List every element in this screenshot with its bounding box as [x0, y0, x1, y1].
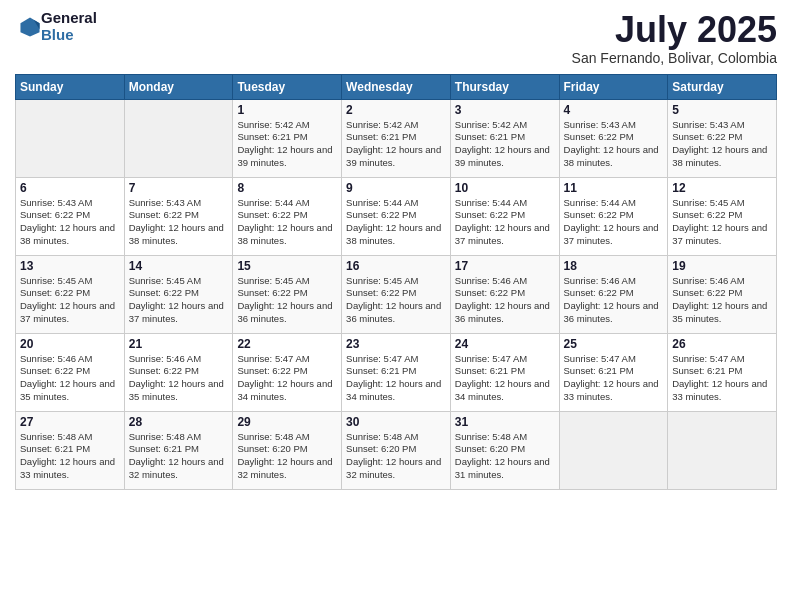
- day-number: 10: [455, 181, 555, 195]
- day-info: Sunrise: 5:48 AM Sunset: 6:20 PM Dayligh…: [237, 431, 337, 482]
- calendar-cell: 9Sunrise: 5:44 AM Sunset: 6:22 PM Daylig…: [342, 177, 451, 255]
- day-number: 26: [672, 337, 772, 351]
- day-info: Sunrise: 5:45 AM Sunset: 6:22 PM Dayligh…: [237, 275, 337, 326]
- day-number: 21: [129, 337, 229, 351]
- day-number: 27: [20, 415, 120, 429]
- day-info: Sunrise: 5:46 AM Sunset: 6:22 PM Dayligh…: [129, 353, 229, 404]
- day-info: Sunrise: 5:43 AM Sunset: 6:22 PM Dayligh…: [129, 197, 229, 248]
- day-info: Sunrise: 5:42 AM Sunset: 6:21 PM Dayligh…: [455, 119, 555, 170]
- day-number: 22: [237, 337, 337, 351]
- day-number: 7: [129, 181, 229, 195]
- col-header-wednesday: Wednesday: [342, 74, 451, 99]
- col-header-tuesday: Tuesday: [233, 74, 342, 99]
- calendar-cell: 16Sunrise: 5:45 AM Sunset: 6:22 PM Dayli…: [342, 255, 451, 333]
- calendar-cell: 28Sunrise: 5:48 AM Sunset: 6:21 PM Dayli…: [124, 411, 233, 489]
- day-number: 15: [237, 259, 337, 273]
- calendar-cell: 17Sunrise: 5:46 AM Sunset: 6:22 PM Dayli…: [450, 255, 559, 333]
- day-info: Sunrise: 5:44 AM Sunset: 6:22 PM Dayligh…: [455, 197, 555, 248]
- logo-text: General Blue: [41, 10, 97, 43]
- calendar-header-row: SundayMondayTuesdayWednesdayThursdayFrid…: [16, 74, 777, 99]
- logo-icon: [19, 16, 41, 38]
- col-header-monday: Monday: [124, 74, 233, 99]
- logo-general: General: [41, 10, 97, 27]
- calendar-cell: 21Sunrise: 5:46 AM Sunset: 6:22 PM Dayli…: [124, 333, 233, 411]
- col-header-sunday: Sunday: [16, 74, 125, 99]
- calendar-cell: [559, 411, 668, 489]
- day-number: 1: [237, 103, 337, 117]
- day-info: Sunrise: 5:45 AM Sunset: 6:22 PM Dayligh…: [20, 275, 120, 326]
- calendar-cell: 31Sunrise: 5:48 AM Sunset: 6:20 PM Dayli…: [450, 411, 559, 489]
- title-section: July 2025 San Fernando, Bolivar, Colombi…: [572, 10, 777, 66]
- svg-marker-0: [20, 17, 39, 36]
- day-info: Sunrise: 5:48 AM Sunset: 6:21 PM Dayligh…: [20, 431, 120, 482]
- calendar-cell: 10Sunrise: 5:44 AM Sunset: 6:22 PM Dayli…: [450, 177, 559, 255]
- day-info: Sunrise: 5:48 AM Sunset: 6:20 PM Dayligh…: [455, 431, 555, 482]
- calendar-table: SundayMondayTuesdayWednesdayThursdayFrid…: [15, 74, 777, 490]
- calendar-cell: 12Sunrise: 5:45 AM Sunset: 6:22 PM Dayli…: [668, 177, 777, 255]
- day-info: Sunrise: 5:46 AM Sunset: 6:22 PM Dayligh…: [672, 275, 772, 326]
- day-number: 17: [455, 259, 555, 273]
- day-number: 3: [455, 103, 555, 117]
- day-number: 23: [346, 337, 446, 351]
- calendar-week-row: 20Sunrise: 5:46 AM Sunset: 6:22 PM Dayli…: [16, 333, 777, 411]
- day-info: Sunrise: 5:45 AM Sunset: 6:22 PM Dayligh…: [672, 197, 772, 248]
- day-info: Sunrise: 5:43 AM Sunset: 6:22 PM Dayligh…: [20, 197, 120, 248]
- calendar-cell: 13Sunrise: 5:45 AM Sunset: 6:22 PM Dayli…: [16, 255, 125, 333]
- day-number: 11: [564, 181, 664, 195]
- day-number: 20: [20, 337, 120, 351]
- day-info: Sunrise: 5:47 AM Sunset: 6:21 PM Dayligh…: [346, 353, 446, 404]
- calendar-cell: 29Sunrise: 5:48 AM Sunset: 6:20 PM Dayli…: [233, 411, 342, 489]
- calendar-cell: 3Sunrise: 5:42 AM Sunset: 6:21 PM Daylig…: [450, 99, 559, 177]
- calendar-cell: 14Sunrise: 5:45 AM Sunset: 6:22 PM Dayli…: [124, 255, 233, 333]
- day-number: 25: [564, 337, 664, 351]
- calendar-cell: 22Sunrise: 5:47 AM Sunset: 6:22 PM Dayli…: [233, 333, 342, 411]
- calendar-cell: 4Sunrise: 5:43 AM Sunset: 6:22 PM Daylig…: [559, 99, 668, 177]
- day-info: Sunrise: 5:45 AM Sunset: 6:22 PM Dayligh…: [129, 275, 229, 326]
- day-info: Sunrise: 5:48 AM Sunset: 6:20 PM Dayligh…: [346, 431, 446, 482]
- day-info: Sunrise: 5:47 AM Sunset: 6:21 PM Dayligh…: [564, 353, 664, 404]
- day-number: 2: [346, 103, 446, 117]
- calendar-week-row: 13Sunrise: 5:45 AM Sunset: 6:22 PM Dayli…: [16, 255, 777, 333]
- day-number: 31: [455, 415, 555, 429]
- day-info: Sunrise: 5:42 AM Sunset: 6:21 PM Dayligh…: [237, 119, 337, 170]
- calendar-cell: 24Sunrise: 5:47 AM Sunset: 6:21 PM Dayli…: [450, 333, 559, 411]
- calendar-cell: 2Sunrise: 5:42 AM Sunset: 6:21 PM Daylig…: [342, 99, 451, 177]
- calendar-cell: 6Sunrise: 5:43 AM Sunset: 6:22 PM Daylig…: [16, 177, 125, 255]
- day-number: 18: [564, 259, 664, 273]
- day-number: 13: [20, 259, 120, 273]
- calendar-cell: 5Sunrise: 5:43 AM Sunset: 6:22 PM Daylig…: [668, 99, 777, 177]
- day-number: 28: [129, 415, 229, 429]
- logo-blue: Blue: [41, 27, 97, 44]
- calendar-cell: 20Sunrise: 5:46 AM Sunset: 6:22 PM Dayli…: [16, 333, 125, 411]
- day-info: Sunrise: 5:47 AM Sunset: 6:21 PM Dayligh…: [672, 353, 772, 404]
- day-info: Sunrise: 5:43 AM Sunset: 6:22 PM Dayligh…: [672, 119, 772, 170]
- calendar-cell: 23Sunrise: 5:47 AM Sunset: 6:21 PM Dayli…: [342, 333, 451, 411]
- calendar-cell: 15Sunrise: 5:45 AM Sunset: 6:22 PM Dayli…: [233, 255, 342, 333]
- day-info: Sunrise: 5:48 AM Sunset: 6:21 PM Dayligh…: [129, 431, 229, 482]
- day-info: Sunrise: 5:46 AM Sunset: 6:22 PM Dayligh…: [455, 275, 555, 326]
- header: General Blue July 2025 San Fernando, Bol…: [15, 10, 777, 66]
- calendar-cell: [668, 411, 777, 489]
- day-info: Sunrise: 5:43 AM Sunset: 6:22 PM Dayligh…: [564, 119, 664, 170]
- day-number: 9: [346, 181, 446, 195]
- calendar-week-row: 6Sunrise: 5:43 AM Sunset: 6:22 PM Daylig…: [16, 177, 777, 255]
- day-info: Sunrise: 5:44 AM Sunset: 6:22 PM Dayligh…: [237, 197, 337, 248]
- day-number: 4: [564, 103, 664, 117]
- col-header-thursday: Thursday: [450, 74, 559, 99]
- month-year-title: July 2025: [572, 10, 777, 50]
- day-info: Sunrise: 5:46 AM Sunset: 6:22 PM Dayligh…: [20, 353, 120, 404]
- day-info: Sunrise: 5:47 AM Sunset: 6:22 PM Dayligh…: [237, 353, 337, 404]
- day-number: 16: [346, 259, 446, 273]
- location-subtitle: San Fernando, Bolivar, Colombia: [572, 50, 777, 66]
- calendar-cell: [16, 99, 125, 177]
- calendar-cell: 11Sunrise: 5:44 AM Sunset: 6:22 PM Dayli…: [559, 177, 668, 255]
- calendar-cell: 18Sunrise: 5:46 AM Sunset: 6:22 PM Dayli…: [559, 255, 668, 333]
- day-number: 14: [129, 259, 229, 273]
- calendar-cell: 26Sunrise: 5:47 AM Sunset: 6:21 PM Dayli…: [668, 333, 777, 411]
- calendar-cell: 8Sunrise: 5:44 AM Sunset: 6:22 PM Daylig…: [233, 177, 342, 255]
- calendar-cell: [124, 99, 233, 177]
- day-info: Sunrise: 5:47 AM Sunset: 6:21 PM Dayligh…: [455, 353, 555, 404]
- day-info: Sunrise: 5:45 AM Sunset: 6:22 PM Dayligh…: [346, 275, 446, 326]
- day-number: 30: [346, 415, 446, 429]
- day-number: 5: [672, 103, 772, 117]
